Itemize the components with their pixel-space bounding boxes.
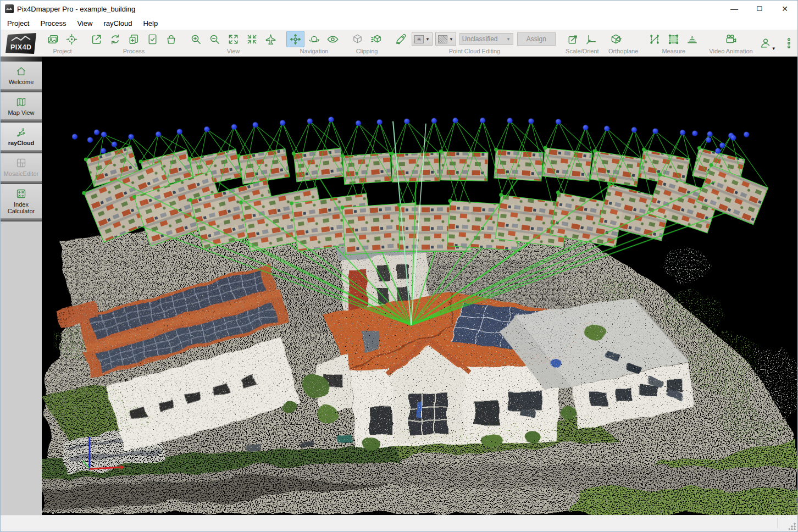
- edit-point-cloud-button[interactable]: [392, 31, 410, 47]
- fit-view-button[interactable]: [224, 31, 242, 47]
- polyline-icon: [649, 33, 661, 46]
- view-sidebar: Welcome Map View rayCloud MosaicEditor I…: [1, 57, 42, 515]
- sidebar-item-label: Welcome: [9, 79, 34, 86]
- close-button[interactable]: ✕: [772, 1, 797, 17]
- area-polygon-icon: [667, 33, 680, 46]
- map-icon: [15, 96, 27, 108]
- toolbar-group-process: Process: [85, 30, 182, 56]
- maximize-button[interactable]: ☐: [747, 1, 772, 17]
- trackball-tool-button[interactable]: [305, 31, 323, 47]
- open-results-button[interactable]: [162, 31, 180, 47]
- process-reoptimize-button[interactable]: [106, 31, 124, 47]
- rematch-icon: [128, 33, 140, 46]
- toolbar-group-scale-orient: Scale/Orient: [562, 30, 603, 56]
- zoom-out-button[interactable]: [206, 31, 224, 47]
- resize-grip-icon[interactable]: [789, 523, 796, 530]
- process-rematch-button[interactable]: [125, 31, 143, 47]
- video-animation-button[interactable]: [722, 31, 740, 47]
- main-toolbar: PIX4D Project Process: [1, 30, 797, 57]
- menu-project[interactable]: Project: [2, 18, 35, 29]
- airplane-icon: [264, 33, 277, 46]
- chevron-down-icon: ▼: [506, 37, 511, 42]
- reoptimize-icon: [109, 33, 121, 46]
- eye-icon: [326, 33, 339, 46]
- clip-cube-icon: [351, 33, 364, 46]
- sidebar-item-mosaic-editor[interactable]: MosaicEditor: [1, 153, 42, 181]
- gcp-manager-button[interactable]: [63, 31, 81, 47]
- group-label-video-animation: Video Animation: [708, 47, 753, 56]
- group-label-process: Process: [87, 47, 180, 56]
- menu-help[interactable]: Help: [137, 18, 163, 29]
- measure-area-button[interactable]: [664, 31, 683, 47]
- menu-raycloud[interactable]: rayCloud: [98, 18, 137, 29]
- viewpoint-button[interactable]: [324, 31, 342, 47]
- clipping-edit-button[interactable]: [367, 31, 385, 47]
- group-label-measure: Measure: [646, 47, 701, 56]
- svg-text:PIX4D: PIX4D: [10, 43, 32, 51]
- menu-view[interactable]: View: [71, 18, 98, 29]
- toolbar-group-point-cloud-editing: ✳ ▼ ▼ Unclassified ▼ Assign Point Cloud …: [390, 30, 559, 56]
- volume-layers-icon: [686, 33, 699, 46]
- status-separator: [777, 518, 778, 529]
- assign-button[interactable]: Assign: [517, 32, 556, 46]
- clipping-box-button[interactable]: [348, 31, 367, 47]
- sidebar-item-label: Map View: [8, 109, 34, 117]
- edit-pen-icon: [395, 33, 407, 46]
- user-icon: [759, 37, 772, 49]
- kebab-menu-icon: [783, 37, 795, 49]
- orthoplane-button[interactable]: [607, 31, 625, 47]
- open-results-icon: [165, 33, 178, 46]
- measure-polyline-button[interactable]: [646, 31, 664, 47]
- toolbar-group-video-animation: Video Animation: [706, 30, 756, 56]
- title-bar: Pix4Dmapper Pro - example_building — ☐ ✕: [1, 1, 797, 17]
- status-separator: [779, 518, 779, 529]
- selection-region-dropdown[interactable]: ▼: [435, 32, 456, 46]
- sidebar-item-index-calculator[interactable]: Index Calculator: [1, 184, 42, 218]
- measure-volume-button[interactable]: [683, 31, 701, 47]
- group-label-orthoplane: Orthoplane: [607, 47, 639, 56]
- orient-button[interactable]: [583, 31, 601, 47]
- toolbar-group-measure: Measure: [644, 30, 703, 56]
- user-account-button[interactable]: ▼: [756, 35, 774, 52]
- more-options-button[interactable]: [780, 35, 798, 52]
- minimize-button[interactable]: —: [722, 1, 747, 17]
- raycloud-3d-viewport[interactable]: [42, 57, 797, 515]
- zoom-in-icon: [190, 33, 202, 46]
- scale-button[interactable]: [564, 31, 582, 47]
- sidebar-item-welcome[interactable]: Welcome: [1, 62, 42, 89]
- mosaic-icon: [15, 157, 27, 169]
- toolbar-group-orthoplane: Orthoplane: [605, 30, 641, 56]
- zoom-out-icon: [208, 33, 221, 46]
- quality-report-button[interactable]: [143, 31, 162, 47]
- process-start-icon: [90, 33, 103, 46]
- menu-process[interactable]: Process: [35, 18, 71, 29]
- pan-tool-button[interactable]: [286, 31, 304, 47]
- home-icon: [15, 65, 27, 77]
- zoom-in-button[interactable]: [187, 31, 205, 47]
- selection-mode-dropdown[interactable]: ✳ ▼: [412, 32, 433, 46]
- focus-view-button[interactable]: [243, 31, 261, 47]
- toolbar-group-navigation: Navigation: [284, 30, 344, 56]
- pan-arrows-icon: [289, 33, 302, 46]
- window-title: Pix4Dmapper Pro - example_building: [17, 5, 135, 13]
- quality-report-icon: [146, 33, 159, 46]
- sidebar-item-raycloud[interactable]: rayCloud: [1, 123, 42, 150]
- scale-icon: [567, 33, 579, 46]
- toolbar-group-view: View: [185, 30, 282, 56]
- group-label-clipping: Clipping: [348, 47, 385, 56]
- status-bar: [1, 515, 797, 531]
- process-start-button[interactable]: [87, 31, 106, 47]
- sidebar-divider: [1, 57, 42, 62]
- group-label-project: Project: [44, 47, 81, 56]
- selection-region-icon: [438, 35, 447, 43]
- flight-plan-button[interactable]: [262, 31, 280, 47]
- classification-combo[interactable]: Unclassified ▼: [459, 33, 513, 45]
- sidebar-item-map-view[interactable]: Map View: [1, 92, 42, 120]
- chevron-down-icon: ▼: [425, 37, 430, 42]
- point-cloud-scene: [42, 57, 797, 515]
- pix4d-logo-icon: PIX4D: [4, 32, 38, 55]
- toolbar-group-clipping: Clipping: [346, 30, 387, 56]
- sidebar-item-label: Index Calculator: [2, 201, 41, 215]
- project-images-button[interactable]: [44, 31, 62, 47]
- selection-plus-icon: ✳: [414, 35, 424, 43]
